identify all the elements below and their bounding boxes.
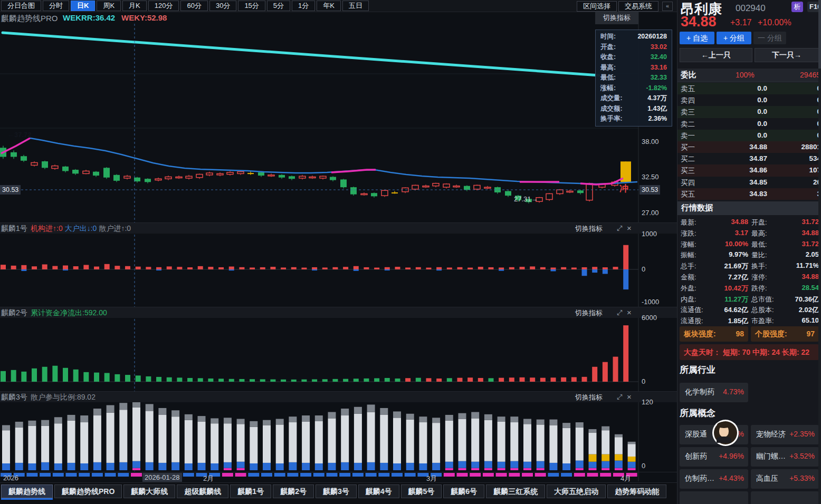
wekrr-value: WEKRR:36.42 <box>63 13 115 22</box>
quote-data-title: 行情数据 <box>681 203 713 213</box>
quote-data-header: 行情数据 <box>677 201 821 215</box>
toolbar-right: 区间选择交易系统« <box>576 1 673 12</box>
concept-item-partial[interactable] <box>751 491 819 504</box>
period-tab-120分[interactable]: 120分 <box>148 1 179 11</box>
buy-row-买一: 买一34.8828801 <box>677 141 821 153</box>
weibi-label: 委比 <box>681 70 696 80</box>
quote-value: 34.88 <box>781 273 819 280</box>
book-price: 0.0 <box>725 108 767 115</box>
add-group-button[interactable]: + 分组 <box>717 32 751 44</box>
period-tab-分日合图[interactable]: 分日合图 <box>1 1 41 11</box>
quote-label: 市盈率: <box>751 316 774 326</box>
concept-item-宠物经济[interactable]: 宠物经济+2.35% <box>751 425 819 444</box>
tooltip-label: 最高: <box>600 63 616 73</box>
book-price: 34.88 <box>725 143 767 151</box>
candle-tooltip: 时间:20260128开盘:33.02收盘:32.40最高:33.16最低:32… <box>595 30 672 127</box>
close-icon[interactable]: × <box>627 224 632 232</box>
concept-item-创新药[interactable]: 创新药+4.96% <box>680 447 748 467</box>
quote-value: 70.36亿 <box>781 295 819 304</box>
buy-row-买三: 买三34.86107 <box>677 164 821 176</box>
quote-label: 最新: <box>681 218 696 227</box>
period-tab-60分[interactable]: 60分 <box>180 1 207 11</box>
subchart-legend: 机构进↑:0大户出↓:0散户进↑:0 <box>31 224 133 234</box>
weibi-pct: 100% <box>736 71 755 79</box>
switch-indicator-button[interactable]: 切换指标 <box>575 308 603 318</box>
quote-label: 最低: <box>751 240 767 249</box>
trade-system-button[interactable]: 交易系统 <box>618 1 658 12</box>
period-tab-月K[interactable]: 月K <box>122 1 147 11</box>
concept-item-仿制药…[interactable]: 仿制药…+4.43% <box>680 469 748 489</box>
range-select-button[interactable]: 区间选择 <box>577 1 617 12</box>
indicator-tab-麒麟1号[interactable]: 麒麟1号 <box>230 484 271 498</box>
analysis-badge[interactable]: 析 <box>791 2 803 12</box>
tooltip-label: 时间: <box>600 32 616 42</box>
tooltip-value: 4.37万 <box>647 93 667 104</box>
period-tab-30分[interactable]: 30分 <box>209 1 236 11</box>
next-stock-button[interactable]: 下一只→ <box>755 48 819 62</box>
sell-row-卖一: 卖一0.00 <box>677 130 821 141</box>
concept-name: 高血压 <box>756 474 778 483</box>
concept-pct: +4.96% <box>719 452 744 460</box>
y-axis-tick: 120 <box>642 398 653 406</box>
quote-label: 涨停: <box>751 273 767 282</box>
date-label: 2026 <box>3 474 18 482</box>
quote-value: 31.72 <box>781 218 819 226</box>
buy-row-买四: 买四34.8520 <box>677 177 821 188</box>
quote-label: 内盘: <box>681 295 696 304</box>
period-tab-分时[interactable]: 分时 <box>43 1 69 11</box>
subchart-title: 麒麟1号 <box>1 224 27 234</box>
indicator-tab-麒麟趋势线PRO[interactable]: 麒麟趋势线PRO <box>54 484 122 498</box>
panel-scrollbar[interactable] <box>818 0 821 504</box>
concept-item-高血压[interactable]: 高血压+5.33% <box>751 469 819 489</box>
concept-item-幽门螺…[interactable]: 幽门螺…+3.52% <box>751 447 819 467</box>
indicator-tab-超级麒麟线[interactable]: 超级麒麟线 <box>177 484 228 498</box>
expand-icon[interactable]: ⤢ <box>617 224 622 232</box>
expand-icon[interactable]: ⤢ <box>617 308 622 317</box>
indicator-tab-趋势筹码动能[interactable]: 趋势筹码动能 <box>607 484 666 498</box>
period-tab-周K[interactable]: 周K <box>97 1 121 11</box>
expand-icon[interactable]: ⤢ <box>617 393 622 401</box>
indicator-tab-麒麟3号[interactable]: 麒麟3号 <box>316 484 357 498</box>
period-tab-5分[interactable]: 5分 <box>267 1 290 11</box>
remove-group-button[interactable]: 一 分组 <box>753 32 786 44</box>
add-watchlist-button[interactable]: + 自选 <box>680 32 714 44</box>
switch-indicator-button[interactable]: 切换指标 <box>575 393 603 402</box>
industry-name: 化学制药 <box>685 387 714 397</box>
subchart-header-1: 麒麟1号机构进↑:0大户出↓:0散户进↑:0切换指标⤢× <box>0 222 677 234</box>
industry-item[interactable]: 化学制药 4.73% <box>680 383 748 402</box>
period-tab-五日[interactable]: 五日 <box>342 1 369 11</box>
quote-value: 10.42万 <box>710 284 748 293</box>
indicator-tab-大师五绝启动[interactable]: 大师五绝启动 <box>547 484 606 498</box>
period-tab-年K[interactable]: 年K <box>317 1 341 11</box>
period-tab-1分[interactable]: 1分 <box>292 1 315 11</box>
book-label: 卖一 <box>681 131 695 141</box>
book-label: 卖四 <box>681 96 695 105</box>
period-toolbar: 分日合图分时日K周K月K120分60分30分15分5分1分年K五日 区间选择交易… <box>0 0 677 12</box>
period-tab-日K[interactable]: 日K <box>71 1 95 11</box>
subchart-title: 麒麟3号 <box>1 393 27 402</box>
book-price: 0.0 <box>725 96 767 104</box>
industry-pct: 4.73% <box>723 387 744 396</box>
indicator-tab-麒麟4号[interactable]: 麒麟4号 <box>358 484 399 498</box>
indicator-tab-麒麟5号[interactable]: 麒麟5号 <box>401 484 442 498</box>
book-price: 34.83 <box>725 190 767 198</box>
indicator-tab-麒麟2号[interactable]: 麒麟2号 <box>273 484 314 498</box>
analyst-avatar <box>712 420 739 446</box>
switch-indicator-button[interactable]: 切换指标 <box>575 224 603 234</box>
concept-name: 深股通 <box>685 430 707 439</box>
prev-stock-button[interactable]: ←上一只 <box>680 48 752 62</box>
tooltip-value: 33.02 <box>651 42 667 53</box>
concept-item-partial[interactable] <box>680 491 748 504</box>
close-icon[interactable]: × <box>627 392 632 401</box>
indicator-tab-麒麟趋势线[interactable]: 麒麟趋势线 <box>1 484 53 498</box>
switch-indicator-button[interactable]: 切换指标 <box>595 12 638 24</box>
price-change: +3.17 <box>730 18 751 27</box>
indicator-tab-麒麟三红系统[interactable]: 麒麟三红系统 <box>486 484 545 498</box>
stock-strength-value: 97 <box>806 329 815 338</box>
close-icon[interactable]: × <box>627 308 632 317</box>
period-tab-15分[interactable]: 15分 <box>238 1 265 11</box>
indicator-tab-麒麟大师线[interactable]: 麒麟大师线 <box>123 484 175 498</box>
indicator-tab-麒麟6号[interactable]: 麒麟6号 <box>443 484 484 498</box>
price-flag-left: 30.53 <box>0 185 21 195</box>
collapse-panel-icon[interactable]: « <box>662 2 673 11</box>
